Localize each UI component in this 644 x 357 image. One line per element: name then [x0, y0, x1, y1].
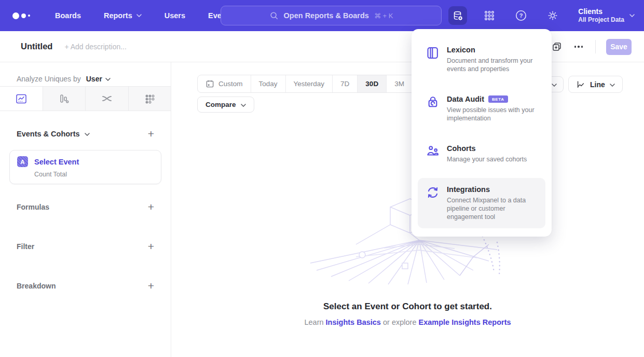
- date-range-custom[interactable]: Custom: [198, 75, 251, 92]
- duplicate-icon[interactable]: [552, 42, 562, 52]
- nav-label: Users: [165, 11, 185, 20]
- chevron-down-icon: [552, 84, 557, 87]
- nav-label: Boards: [55, 11, 81, 20]
- breakdown-label: Breakdown: [17, 282, 56, 290]
- nav-item-reports[interactable]: Reports: [104, 11, 142, 20]
- date-range-label: Today: [259, 80, 278, 88]
- menu-item-integrations[interactable]: Integrations Connect Mixpanel to a data …: [418, 178, 545, 228]
- chevron-down-icon: [241, 104, 246, 107]
- formulas-label: Formulas: [17, 203, 49, 211]
- bar-chart-tab-icon: [59, 93, 70, 104]
- events-cohorts-section-header: Events & Cohorts +: [17, 128, 154, 139]
- mixpanel-logo-icon[interactable]: [12, 12, 36, 19]
- data-management-button[interactable]: [448, 6, 467, 25]
- menu-item-title: Cohorts: [447, 144, 527, 153]
- search-shortcut: ⌘ + K: [374, 12, 393, 20]
- viz-tab-flows[interactable]: [86, 87, 129, 111]
- grid-dots-icon: [484, 10, 495, 21]
- chart-type-dropdown[interactable]: Line: [568, 76, 623, 93]
- date-range-label: Custom: [218, 80, 243, 88]
- gear-icon: [546, 9, 559, 22]
- chevron-down-icon: [105, 78, 111, 81]
- top-nav: Boards Reports Users Events Open Reports…: [0, 0, 644, 31]
- integrations-icon: [426, 186, 440, 199]
- query-builder-sidebar: Analyze Uniques by User: [0, 62, 171, 357]
- menu-item-lexicon[interactable]: Lexicon Document and transform your even…: [418, 38, 545, 80]
- apps-grid-button[interactable]: [480, 6, 499, 25]
- breakdown-section: Breakdown +: [17, 280, 154, 291]
- date-range-control: Custom Today Yesterday 7D 30D 3M 6M: [197, 75, 439, 93]
- menu-item-description: Connect Mixpanel to a data pipeline or c…: [447, 196, 537, 221]
- date-range-3m[interactable]: 3M: [387, 75, 413, 92]
- events-cohorts-title[interactable]: Events & Cohorts: [17, 130, 80, 138]
- date-range-label: Yesterday: [294, 80, 325, 88]
- report-canvas: Custom Today Yesterday 7D 30D 3M 6M Line: [171, 62, 644, 357]
- line-chart-icon: [576, 80, 585, 89]
- project-scope: All Project Data: [578, 16, 624, 24]
- add-event-button[interactable]: +: [148, 128, 154, 139]
- event-card[interactable]: A Select Event Count Total: [9, 150, 161, 184]
- help-button[interactable]: ?: [512, 6, 530, 25]
- flows-tab-icon: [101, 93, 113, 104]
- date-range-yesterday[interactable]: Yesterday: [286, 75, 333, 92]
- retention-tab-icon: [144, 93, 155, 104]
- chevron-down-icon: [629, 14, 635, 17]
- chart-type-label: Line: [590, 80, 605, 89]
- menu-item-data-audit[interactable]: Data Audit BETA View possible issues wit…: [418, 88, 545, 130]
- data-audit-icon: [426, 95, 440, 109]
- date-range-7d[interactable]: 7D: [333, 75, 358, 92]
- database-gear-icon: [452, 10, 464, 22]
- add-formula-button[interactable]: +: [148, 201, 154, 212]
- analyze-by-control[interactable]: Analyze Uniques by User: [0, 62, 171, 86]
- mixpanel-insights-app: Boards Reports Users Events Open Reports…: [0, 0, 644, 357]
- viz-tab-insights[interactable]: [0, 87, 43, 111]
- menu-item-title: Integrations: [447, 185, 537, 194]
- menu-item-cohorts[interactable]: Cohorts Manage your saved cohorts: [418, 137, 545, 171]
- more-options-button[interactable]: [572, 44, 585, 50]
- filter-label: Filter: [17, 242, 34, 251]
- add-filter-button[interactable]: +: [148, 241, 154, 252]
- lexicon-icon: [426, 46, 440, 60]
- compare-button[interactable]: Compare: [197, 97, 254, 113]
- analyze-by-label: Analyze Uniques by: [17, 75, 81, 83]
- data-management-menu: Lexicon Document and transform your even…: [412, 29, 552, 237]
- select-event-button[interactable]: Select Event: [34, 158, 79, 166]
- calendar-icon: [205, 79, 214, 88]
- nav-item-users[interactable]: Users: [165, 11, 185, 20]
- nav-label: Reports: [104, 11, 132, 20]
- date-range-today[interactable]: Today: [251, 75, 286, 92]
- cohorts-icon: [426, 145, 440, 158]
- event-series-badge: A: [17, 156, 28, 167]
- global-search-input[interactable]: Open Reports & Boards ⌘ + K: [221, 6, 442, 25]
- svg-text:?: ?: [519, 12, 523, 19]
- viz-tab-retention[interactable]: [129, 87, 171, 111]
- empty-state-subtitle: Learn Insights Basics or explore Example…: [171, 318, 644, 326]
- chevron-down-icon[interactable]: [85, 133, 90, 136]
- menu-item-title: Data Audit: [447, 95, 484, 103]
- chevron-down-icon: [610, 84, 615, 87]
- date-range-label: 30D: [365, 80, 378, 88]
- insights-basics-link[interactable]: Insights Basics: [326, 318, 381, 326]
- example-insights-reports-link[interactable]: Example Insights Reports: [418, 318, 511, 326]
- add-breakdown-button[interactable]: +: [148, 280, 154, 291]
- date-range-label: 3M: [394, 80, 404, 88]
- search-placeholder: Open Reports & Boards: [284, 11, 369, 20]
- date-range-30d[interactable]: 30D: [358, 75, 387, 92]
- subtitle-text: Learn: [304, 318, 323, 326]
- project-selector[interactable]: Clients All Project Data: [578, 7, 635, 24]
- viz-tab-bar[interactable]: [43, 87, 86, 111]
- save-button[interactable]: Save: [606, 39, 632, 55]
- menu-item-description: View possible issues with your implement…: [447, 106, 537, 122]
- date-range-label: 7D: [340, 80, 349, 88]
- count-type-control[interactable]: Count Total: [34, 171, 154, 178]
- chevron-down-icon: [136, 14, 142, 17]
- help-icon: ?: [515, 9, 527, 22]
- settings-button[interactable]: [543, 6, 562, 25]
- menu-item-title: Lexicon: [447, 46, 537, 54]
- nav-item-boards[interactable]: Boards: [55, 11, 81, 20]
- subtitle-text: or explore: [383, 318, 416, 326]
- report-title[interactable]: Untitled: [21, 42, 52, 51]
- menu-item-description: Document and transform your events and p…: [447, 57, 537, 73]
- empty-state-title: Select an Event or Cohort to get started…: [171, 301, 644, 312]
- description-placeholder[interactable]: + Add description...: [64, 43, 126, 51]
